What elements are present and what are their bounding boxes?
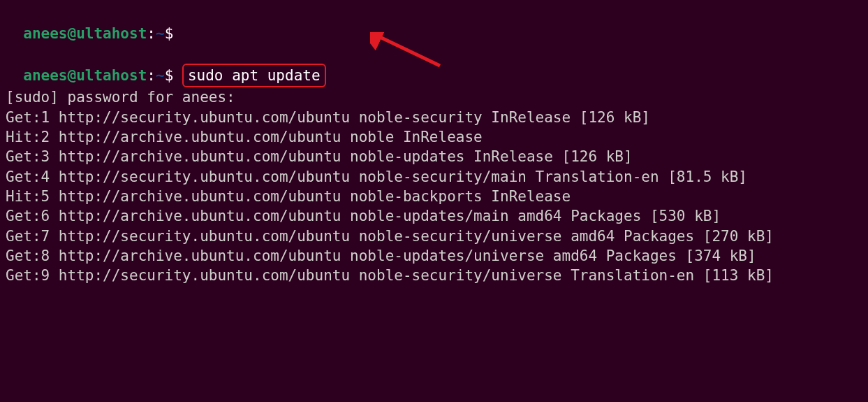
output-line: Get:1 http://security.ubuntu.com/ubuntu … — [6, 108, 862, 127]
output-line: Hit:5 http://archive.ubuntu.com/ubuntu n… — [6, 187, 862, 206]
command-input[interactable]: sudo apt update — [182, 64, 326, 87]
output-sudo-prompt: [sudo] password for anees: — [6, 87, 862, 107]
prompt-path: ~ — [156, 67, 165, 84]
prompt-path: ~ — [156, 25, 165, 42]
output-line: Get:9 http://security.ubuntu.com/ubuntu … — [6, 266, 862, 285]
output-line: Get:4 http://security.ubuntu.com/ubuntu … — [6, 167, 862, 187]
output-line: Hit:2 http://archive.ubuntu.com/ubuntu n… — [6, 127, 862, 147]
prompt-dollar: $ — [165, 25, 174, 42]
output-line: Get:7 http://security.ubuntu.com/ubuntu … — [6, 227, 862, 246]
prompt-user-host: anees@ultahost — [23, 67, 147, 84]
output-line: Get:6 http://archive.ubuntu.com/ubuntu n… — [6, 206, 862, 226]
prompt-dollar: $ — [165, 67, 174, 84]
prompt-user-host: anees@ultahost — [23, 25, 147, 42]
prompt-separator: : — [147, 67, 156, 84]
prompt-line-1: anees@ultahost:~$ — [6, 4, 862, 44]
output-line: Get:3 http://archive.ubuntu.com/ubuntu n… — [6, 147, 862, 166]
output-line: Get:8 http://archive.ubuntu.com/ubuntu n… — [6, 246, 862, 266]
prompt-separator: : — [147, 25, 156, 42]
prompt-line-2[interactable]: anees@ultahost:~$ sudo apt update — [6, 44, 862, 88]
